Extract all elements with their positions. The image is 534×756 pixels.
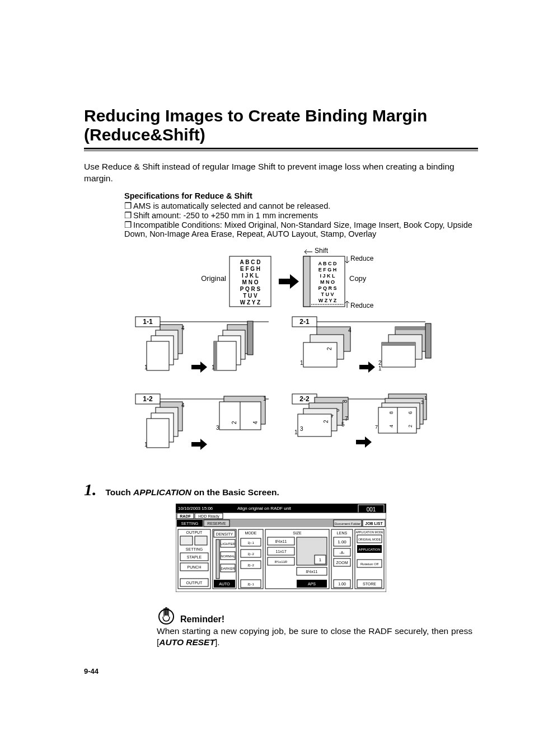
svg-text:M  N  O: M N O	[242, 279, 259, 285]
svg-rect-9	[303, 256, 310, 307]
svg-text:M  N  O: M N O	[320, 279, 335, 285]
step-number: 1.	[84, 480, 103, 499]
svg-text:4: 4	[252, 421, 259, 424]
svg-text:1: 1	[378, 365, 382, 372]
svg-text:Rotation Off: Rotation Off	[360, 562, 378, 566]
svg-text:AUTO: AUTO	[219, 582, 230, 586]
svg-text:7: 7	[345, 416, 348, 422]
svg-text:1: 1	[300, 360, 303, 366]
svg-text:8½x11: 8½x11	[275, 539, 287, 543]
arrow-right-icon	[359, 361, 375, 373]
svg-text:STORE: STORE	[363, 582, 376, 586]
svg-rect-41	[247, 321, 253, 355]
svg-text:11x17: 11x17	[275, 550, 286, 553]
svg-text:1: 1	[144, 442, 148, 448]
svg-text:1▷1: 1▷1	[247, 541, 254, 544]
svg-text:2: 2	[407, 425, 413, 428]
spec-item: ❐Shift amount: -250 to +250 mm in 1 mm i…	[124, 211, 478, 220]
spec-title: Specifications for Reduce & Shift	[124, 191, 478, 200]
svg-rect-58	[382, 342, 415, 346]
svg-text:10/10/2003 15:06: 10/10/2003 15:06	[178, 506, 213, 511]
svg-rect-30	[147, 341, 169, 370]
step-text-emph: APPLICATION	[133, 487, 191, 497]
svg-text:2: 2	[326, 347, 332, 350]
svg-text:T  U  V: T U V	[321, 292, 334, 297]
svg-text:ORIGINAL MODE: ORIGINAL MODE	[358, 538, 381, 541]
svg-text:Shift: Shift	[315, 247, 329, 255]
svg-text:STAPLE: STAPLE	[187, 555, 202, 559]
svg-text:W Z Y Z: W Z Y Z	[240, 299, 260, 306]
svg-text:2▷2: 2▷2	[247, 564, 254, 567]
svg-text:OUTPUT: OUTPUT	[186, 581, 203, 585]
svg-text:W Z Y Z: W Z Y Z	[318, 298, 337, 303]
svg-text:APPLICATION: APPLICATION	[358, 548, 380, 551]
svg-text:4: 4	[181, 402, 185, 408]
svg-rect-132	[195, 536, 207, 545]
svg-text:1: 1	[263, 396, 266, 402]
svg-rect-131	[180, 536, 193, 545]
svg-text:ZOOM: ZOOM	[336, 561, 348, 565]
svg-text:DENSITY: DENSITY	[216, 532, 233, 536]
svg-text:LIGHTER: LIGHTER	[221, 542, 236, 546]
svg-text:APS: APS	[308, 582, 316, 586]
svg-text:P Q R S: P Q R S	[318, 285, 337, 291]
svg-text:1: 1	[144, 364, 148, 370]
svg-text:1.00: 1.00	[338, 539, 346, 544]
step-1: 1. Touch APPLICATION on the Basic Screen…	[84, 480, 478, 499]
copy-label: Copy	[349, 274, 367, 283]
arrow-right-icon	[279, 274, 299, 289]
svg-text:8: 8	[342, 400, 348, 403]
svg-text:1-1: 1-1	[143, 318, 153, 326]
svg-text:1▷2: 1▷2	[247, 552, 254, 556]
svg-text:E F G H: E F G H	[318, 267, 337, 273]
svg-text:I  J K L: I J K L	[242, 273, 259, 279]
svg-text:1: 1	[294, 429, 298, 435]
svg-text:1.00: 1.00	[338, 582, 346, 586]
svg-text:6: 6	[407, 411, 413, 414]
svg-text:OUTPUT: OUTPUT	[186, 530, 203, 534]
svg-text:2: 2	[323, 420, 329, 423]
svg-text:A B C D: A B C D	[240, 259, 261, 265]
bullet-icon: ❐	[124, 211, 133, 220]
svg-text:2-1: 2-1	[299, 318, 310, 326]
svg-text:8: 8	[388, 411, 394, 414]
svg-text:SETTING: SETTING	[186, 547, 203, 551]
svg-rect-61	[425, 323, 431, 358]
svg-text:7: 7	[375, 424, 378, 430]
svg-text:4: 4	[388, 425, 394, 428]
svg-text:RESERVE: RESERVE	[207, 522, 226, 525]
title-rule	[84, 148, 478, 149]
svg-text:SETTING: SETTING	[181, 522, 198, 525]
svg-rect-71	[147, 419, 169, 448]
spec-item: ❐AMS is automatically selected and canno…	[124, 201, 478, 210]
step-text-pre: Touch	[105, 487, 133, 497]
svg-text:LENS: LENS	[337, 531, 348, 535]
svg-text:4: 4	[348, 327, 352, 334]
step-text-post: on the Basic Screen.	[194, 487, 279, 497]
original-label: Original	[201, 274, 226, 283]
svg-text:T  U  V: T U V	[243, 293, 257, 299]
svg-text:MODE: MODE	[245, 531, 257, 535]
title-rule-thin	[84, 151, 478, 151]
svg-text:3: 3	[300, 426, 303, 432]
page-number: 9-44	[84, 667, 478, 675]
svg-text:P Q R S: P Q R S	[240, 286, 261, 292]
page-title: Reducing Images to Create Binding Margin…	[84, 106, 478, 144]
svg-text:1: 1	[424, 395, 427, 401]
svg-text:3: 3	[216, 425, 219, 431]
reminder-hand-icon	[157, 605, 176, 624]
svg-text:HDD Ready: HDD Ready	[198, 514, 219, 519]
svg-text:1: 1	[212, 364, 215, 370]
svg-text:001: 001	[367, 506, 376, 513]
intro-text: Use Reduce & Shift instead of regular Im…	[84, 161, 478, 185]
svg-point-197	[159, 609, 174, 624]
arrow-right-icon	[191, 361, 207, 373]
svg-text:RADF: RADF	[180, 514, 191, 518]
svg-text:SIZE: SIZE	[293, 531, 302, 535]
svg-text:1-2: 1-2	[143, 395, 153, 403]
reminder-block: Reminder! When starting a new copying jo…	[157, 605, 472, 648]
svg-text:E F G H: E F G H	[240, 266, 260, 272]
svg-text:2: 2	[231, 421, 237, 424]
svg-text:Document Folder: Document Folder	[335, 522, 360, 525]
basic-screen-screenshot: 10/10/2003 15:06 Align original on RADF …	[84, 504, 478, 594]
